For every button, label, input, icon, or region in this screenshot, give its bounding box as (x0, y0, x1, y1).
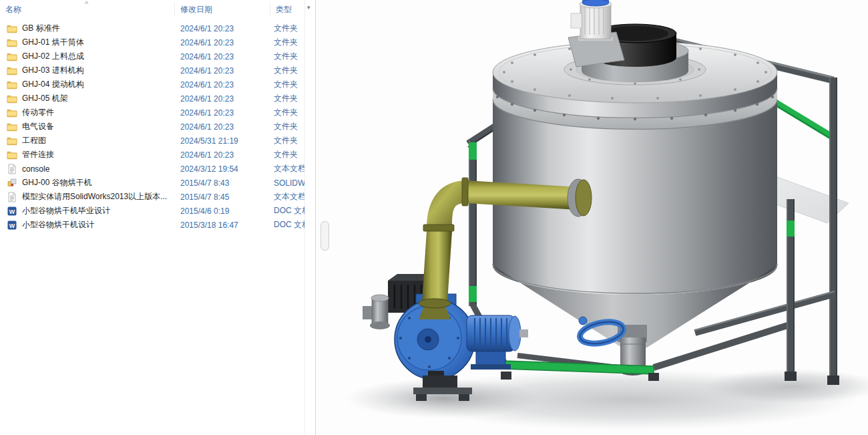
file-date-modified: 2024/6/1 20:23 (180, 24, 274, 33)
top-motor (571, 0, 614, 41)
folder-icon (7, 136, 17, 146)
file-name: GHJ-05 机架 (22, 93, 68, 104)
file-row[interactable]: GB 标准件 2024/6/1 20:23 文件夹 (0, 21, 305, 35)
preview-pane (315, 0, 868, 435)
file-date-modified: 2024/6/1 20:23 (180, 80, 274, 90)
svg-text:W: W (9, 208, 15, 214)
file-row[interactable]: 模型实体请用SolidWorks2013以上版本... 2015/4/7 8:4… (0, 190, 305, 204)
header-dropdown-icon[interactable]: ▾ (307, 5, 310, 11)
file-name: GHJ-02 上料总成 (22, 51, 84, 62)
file-type: 文件夹 (274, 23, 305, 34)
file-date-modified: 2024/5/31 21:19 (180, 136, 274, 146)
file-name: GB 标准件 (22, 23, 60, 34)
file-name: 传动零件 (22, 107, 54, 118)
dryer-tank (493, 0, 777, 347)
folder-icon (7, 37, 17, 48)
file-row[interactable]: W 小型谷物烘干机毕业设计 2015/4/6 0:19 DOC 文档 (0, 204, 305, 218)
column-header-row: 名称 修改日期 类型 (0, 0, 315, 19)
file-rows: GB 标准件 2024/6/1 20:23 文件夹 GHJ-01 烘干筒体 20… (0, 21, 305, 232)
file-type: 文本文档 (274, 163, 305, 174)
file-type: SOLIDW (274, 178, 305, 188)
file-date-modified: 2015/3/18 16:47 (180, 221, 274, 230)
file-row[interactable]: GHJ-05 机架 2024/6/1 20:23 文件夹 (0, 92, 305, 106)
file-name: 工程图 (22, 135, 46, 146)
file-name: 小型谷物烘干机设计 (22, 219, 94, 231)
folder-icon (7, 80, 17, 90)
file-type: 文本文档 (274, 191, 305, 202)
folder-icon (7, 65, 17, 76)
file-type: 文件夹 (274, 135, 305, 146)
file-name: GHJ-03 进料机构 (22, 65, 84, 76)
file-date-modified: 2015/4/7 8:45 (180, 192, 274, 202)
solidworks-icon (7, 178, 17, 188)
file-list-pane: ^ 名称 修改日期 类型 GB 标准件 2024/6/1 20:23 文件夹 G… (0, 0, 315, 435)
file-date-modified: 2024/6/1 20:23 (180, 52, 274, 61)
file-type: 文件夹 (274, 107, 305, 118)
file-name: console (22, 164, 49, 174)
file-date-modified: 2024/6/1 20:23 (180, 108, 274, 118)
svg-text:W: W (9, 222, 15, 229)
file-date-modified: 2015/4/7 8:43 (180, 178, 274, 188)
file-name: 管件连接 (22, 149, 54, 160)
file-type: 文件夹 (274, 65, 305, 76)
file-type: DOC 文档 (274, 205, 305, 216)
file-name: 小型谷物烘干机毕业设计 (22, 205, 110, 216)
word-icon: W (7, 206, 17, 216)
file-name: 模型实体请用SolidWorks2013以上版本... (22, 191, 167, 202)
file-date-modified: 2024/3/12 19:54 (180, 164, 274, 174)
file-type: 文件夹 (274, 149, 305, 160)
file-name: 电气设备 (22, 121, 54, 132)
file-row[interactable]: GHJ-01 烘干筒体 2024/6/1 20:23 文件夹 (0, 35, 305, 49)
file-type: 文件夹 (274, 37, 305, 48)
file-row[interactable]: 管件连接 2024/6/1 20:23 文件夹 (0, 148, 305, 162)
word-icon: W (7, 220, 17, 231)
folder-icon (7, 23, 17, 34)
explorer-window: ^ 名称 修改日期 类型 GB 标准件 2024/6/1 20:23 文件夹 G… (0, 0, 868, 435)
column-header-name[interactable]: 名称 (0, 3, 175, 16)
folder-icon (7, 108, 17, 118)
file-type: 文件夹 (274, 121, 305, 132)
column-header-type[interactable]: 类型 (270, 3, 305, 16)
file-date-modified: 2024/6/1 20:23 (180, 38, 274, 47)
folder-icon (7, 51, 17, 62)
file-type: 文件夹 (274, 51, 305, 62)
file-row[interactable]: 工程图 2024/5/31 21:19 文件夹 (0, 134, 305, 148)
file-row[interactable]: GHJ-04 搅动机构 2024/6/1 20:23 文件夹 (0, 78, 305, 92)
file-name: GHJ-00 谷物烘干机 (22, 177, 92, 188)
file-type: 文件夹 (274, 79, 305, 90)
file-row[interactable]: GHJ-02 上料总成 2024/6/1 20:23 文件夹 (0, 49, 305, 63)
file-date-modified: 2024/6/1 20:23 (180, 150, 274, 160)
column-header-date[interactable]: 修改日期 (175, 3, 270, 16)
file-row[interactable]: 传动零件 2024/6/1 20:23 文件夹 (0, 106, 305, 120)
preview-scrollbar-thumb[interactable] (320, 221, 329, 251)
cad-3d-render (316, 0, 868, 435)
file-name: GHJ-04 搅动机构 (22, 79, 84, 90)
file-row[interactable]: GHJ-03 进料机构 2024/6/1 20:23 文件夹 (0, 63, 305, 78)
folder-icon (7, 94, 17, 104)
file-row[interactable]: console 2024/3/12 19:54 文本文档 (0, 162, 305, 176)
file-row[interactable]: W 小型谷物烘干机设计 2015/3/18 16:47 DOC 文档 (0, 218, 305, 232)
file-date-modified: 2024/6/1 20:23 (180, 122, 274, 132)
file-type: 文件夹 (274, 93, 305, 104)
file-row[interactable]: 电气设备 2024/6/1 20:23 文件夹 (0, 120, 305, 134)
file-date-modified: 2024/6/1 20:23 (180, 94, 274, 104)
folder-icon (7, 122, 17, 132)
file-date-modified: 2024/6/1 20:23 (180, 66, 274, 76)
file-name: GHJ-01 烘干筒体 (22, 37, 84, 48)
folder-icon (7, 150, 17, 160)
list-scrollbar-track[interactable]: ▾ (304, 0, 315, 435)
text-icon (7, 164, 17, 174)
file-type: DOC 文档 (274, 219, 305, 231)
file-row[interactable]: GHJ-00 谷物烘干机 2015/4/7 8:43 SOLIDW (0, 176, 305, 190)
text-icon (7, 192, 17, 202)
file-date-modified: 2015/4/6 0:19 (180, 206, 274, 216)
